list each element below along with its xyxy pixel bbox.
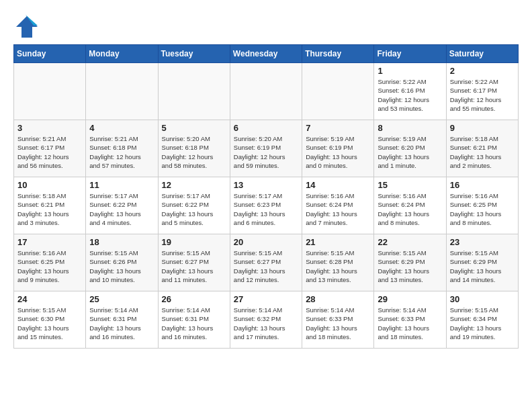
day-info: Sunrise: 5:15 AM Sunset: 6:26 PM Dayligh… bbox=[89, 248, 154, 284]
header-cell-monday: Monday bbox=[86, 45, 158, 63]
day-number: 3 bbox=[17, 123, 82, 133]
header-cell-friday: Friday bbox=[374, 45, 446, 63]
day-number: 8 bbox=[378, 123, 442, 133]
day-number: 22 bbox=[378, 237, 442, 247]
day-info: Sunrise: 5:17 AM Sunset: 6:23 PM Dayligh… bbox=[234, 191, 298, 227]
day-info: Sunrise: 5:22 AM Sunset: 6:16 PM Dayligh… bbox=[378, 77, 442, 113]
header-cell-saturday: Saturday bbox=[446, 45, 518, 63]
day-cell: 27Sunrise: 5:14 AM Sunset: 6:32 PM Dayli… bbox=[230, 291, 302, 349]
day-info: Sunrise: 5:14 AM Sunset: 6:33 PM Dayligh… bbox=[378, 306, 442, 341]
week-row-4: 17Sunrise: 5:16 AM Sunset: 6:25 PM Dayli… bbox=[14, 234, 519, 291]
calendar-table: SundayMondayTuesdayWednesdayThursdayFrid… bbox=[13, 44, 519, 349]
day-number: 26 bbox=[162, 294, 226, 304]
day-cell: 4Sunrise: 5:21 AM Sunset: 6:18 PM Daylig… bbox=[86, 120, 158, 177]
header-cell-thursday: Thursday bbox=[302, 45, 374, 63]
day-cell: 12Sunrise: 5:17 AM Sunset: 6:22 PM Dayli… bbox=[158, 177, 230, 234]
day-cell: 6Sunrise: 5:20 AM Sunset: 6:19 PM Daylig… bbox=[230, 120, 302, 177]
header-cell-wednesday: Wednesday bbox=[230, 45, 302, 63]
day-number: 2 bbox=[450, 66, 515, 76]
day-cell: 19Sunrise: 5:15 AM Sunset: 6:27 PM Dayli… bbox=[158, 234, 230, 291]
day-info: Sunrise: 5:15 AM Sunset: 6:27 PM Dayligh… bbox=[234, 248, 298, 284]
week-row-1: 1Sunrise: 5:22 AM Sunset: 6:16 PM Daylig… bbox=[14, 63, 519, 120]
day-number: 21 bbox=[306, 237, 370, 247]
day-cell: 17Sunrise: 5:16 AM Sunset: 6:25 PM Dayli… bbox=[14, 234, 86, 291]
week-row-5: 24Sunrise: 5:15 AM Sunset: 6:30 PM Dayli… bbox=[14, 291, 519, 349]
day-info: Sunrise: 5:20 AM Sunset: 6:19 PM Dayligh… bbox=[234, 134, 298, 170]
day-number: 19 bbox=[162, 237, 226, 247]
header-cell-tuesday: Tuesday bbox=[158, 45, 230, 63]
day-number: 23 bbox=[450, 237, 515, 247]
day-info: Sunrise: 5:16 AM Sunset: 6:24 PM Dayligh… bbox=[306, 191, 370, 227]
day-cell: 25Sunrise: 5:14 AM Sunset: 6:31 PM Dayli… bbox=[86, 291, 158, 349]
day-cell: 22Sunrise: 5:15 AM Sunset: 6:29 PM Dayli… bbox=[374, 234, 446, 291]
day-info: Sunrise: 5:15 AM Sunset: 6:30 PM Dayligh… bbox=[17, 306, 82, 341]
day-info: Sunrise: 5:19 AM Sunset: 6:19 PM Dayligh… bbox=[306, 134, 370, 170]
day-number: 9 bbox=[450, 123, 515, 133]
day-info: Sunrise: 5:14 AM Sunset: 6:31 PM Dayligh… bbox=[162, 306, 226, 341]
day-number: 29 bbox=[378, 294, 442, 304]
day-number: 4 bbox=[89, 123, 154, 133]
day-number: 20 bbox=[234, 237, 298, 247]
day-cell bbox=[302, 63, 374, 120]
day-info: Sunrise: 5:15 AM Sunset: 6:28 PM Dayligh… bbox=[306, 248, 370, 284]
day-cell: 10Sunrise: 5:18 AM Sunset: 6:21 PM Dayli… bbox=[14, 177, 86, 234]
day-cell bbox=[86, 63, 158, 120]
day-cell bbox=[14, 63, 86, 120]
day-info: Sunrise: 5:15 AM Sunset: 6:29 PM Dayligh… bbox=[450, 248, 515, 284]
calendar-header: SundayMondayTuesdayWednesdayThursdayFrid… bbox=[14, 45, 519, 63]
day-cell: 15Sunrise: 5:16 AM Sunset: 6:24 PM Dayli… bbox=[374, 177, 446, 234]
day-number: 14 bbox=[306, 180, 370, 190]
day-cell: 1Sunrise: 5:22 AM Sunset: 6:16 PM Daylig… bbox=[374, 63, 446, 120]
day-number: 10 bbox=[17, 180, 82, 190]
day-number: 12 bbox=[162, 180, 226, 190]
day-cell: 26Sunrise: 5:14 AM Sunset: 6:31 PM Dayli… bbox=[158, 291, 230, 349]
day-cell: 13Sunrise: 5:17 AM Sunset: 6:23 PM Dayli… bbox=[230, 177, 302, 234]
day-info: Sunrise: 5:17 AM Sunset: 6:22 PM Dayligh… bbox=[89, 191, 154, 227]
day-number: 7 bbox=[306, 123, 370, 133]
day-info: Sunrise: 5:15 AM Sunset: 6:27 PM Dayligh… bbox=[162, 248, 226, 284]
day-info: Sunrise: 5:18 AM Sunset: 6:21 PM Dayligh… bbox=[17, 191, 82, 227]
day-info: Sunrise: 5:16 AM Sunset: 6:25 PM Dayligh… bbox=[450, 191, 515, 227]
day-number: 25 bbox=[89, 294, 154, 304]
day-cell: 14Sunrise: 5:16 AM Sunset: 6:24 PM Dayli… bbox=[302, 177, 374, 234]
day-cell: 16Sunrise: 5:16 AM Sunset: 6:25 PM Dayli… bbox=[446, 177, 518, 234]
day-cell: 9Sunrise: 5:18 AM Sunset: 6:21 PM Daylig… bbox=[446, 120, 518, 177]
day-number: 18 bbox=[89, 237, 154, 247]
day-cell: 7Sunrise: 5:19 AM Sunset: 6:19 PM Daylig… bbox=[302, 120, 374, 177]
day-info: Sunrise: 5:15 AM Sunset: 6:34 PM Dayligh… bbox=[450, 306, 515, 341]
day-info: Sunrise: 5:22 AM Sunset: 6:17 PM Dayligh… bbox=[450, 77, 515, 113]
day-number: 30 bbox=[450, 294, 515, 304]
page-header bbox=[13, 13, 519, 38]
day-number: 13 bbox=[234, 180, 298, 190]
day-cell bbox=[230, 63, 302, 120]
day-number: 17 bbox=[17, 237, 82, 247]
day-cell: 30Sunrise: 5:15 AM Sunset: 6:34 PM Dayli… bbox=[446, 291, 518, 349]
day-info: Sunrise: 5:21 AM Sunset: 6:17 PM Dayligh… bbox=[17, 134, 82, 170]
logo bbox=[13, 13, 42, 38]
day-info: Sunrise: 5:21 AM Sunset: 6:18 PM Dayligh… bbox=[89, 134, 154, 170]
day-cell: 5Sunrise: 5:20 AM Sunset: 6:18 PM Daylig… bbox=[158, 120, 230, 177]
day-number: 11 bbox=[89, 180, 154, 190]
day-number: 5 bbox=[162, 123, 226, 133]
calendar-body: 1Sunrise: 5:22 AM Sunset: 6:16 PM Daylig… bbox=[14, 63, 519, 349]
week-row-3: 10Sunrise: 5:18 AM Sunset: 6:21 PM Dayli… bbox=[14, 177, 519, 234]
header-row: SundayMondayTuesdayWednesdayThursdayFrid… bbox=[14, 45, 519, 63]
day-info: Sunrise: 5:14 AM Sunset: 6:32 PM Dayligh… bbox=[234, 306, 298, 341]
logo-icon bbox=[13, 13, 38, 38]
day-cell: 18Sunrise: 5:15 AM Sunset: 6:26 PM Dayli… bbox=[86, 234, 158, 291]
day-cell: 20Sunrise: 5:15 AM Sunset: 6:27 PM Dayli… bbox=[230, 234, 302, 291]
day-cell: 11Sunrise: 5:17 AM Sunset: 6:22 PM Dayli… bbox=[86, 177, 158, 234]
day-number: 16 bbox=[450, 180, 515, 190]
day-info: Sunrise: 5:14 AM Sunset: 6:33 PM Dayligh… bbox=[306, 306, 370, 341]
day-info: Sunrise: 5:19 AM Sunset: 6:20 PM Dayligh… bbox=[378, 134, 442, 170]
day-number: 6 bbox=[234, 123, 298, 133]
day-cell: 2Sunrise: 5:22 AM Sunset: 6:17 PM Daylig… bbox=[446, 63, 518, 120]
day-info: Sunrise: 5:15 AM Sunset: 6:29 PM Dayligh… bbox=[378, 248, 442, 284]
day-info: Sunrise: 5:18 AM Sunset: 6:21 PM Dayligh… bbox=[450, 134, 515, 170]
day-number: 1 bbox=[378, 66, 442, 76]
day-cell: 24Sunrise: 5:15 AM Sunset: 6:30 PM Dayli… bbox=[14, 291, 86, 349]
day-number: 24 bbox=[17, 294, 82, 304]
day-cell: 8Sunrise: 5:19 AM Sunset: 6:20 PM Daylig… bbox=[374, 120, 446, 177]
day-cell: 28Sunrise: 5:14 AM Sunset: 6:33 PM Dayli… bbox=[302, 291, 374, 349]
day-number: 15 bbox=[378, 180, 442, 190]
